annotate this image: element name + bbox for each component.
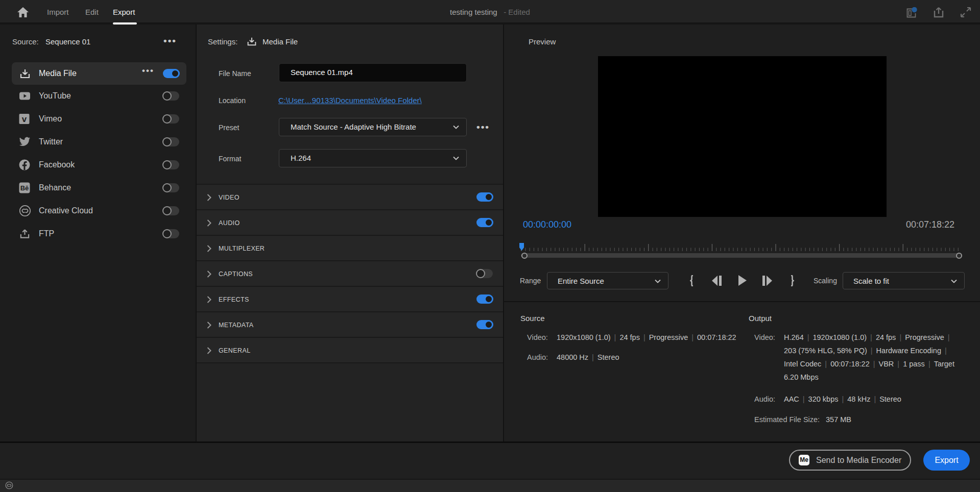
svg-text:Bē: Bē xyxy=(20,184,29,192)
svg-text:v: v xyxy=(22,114,27,124)
